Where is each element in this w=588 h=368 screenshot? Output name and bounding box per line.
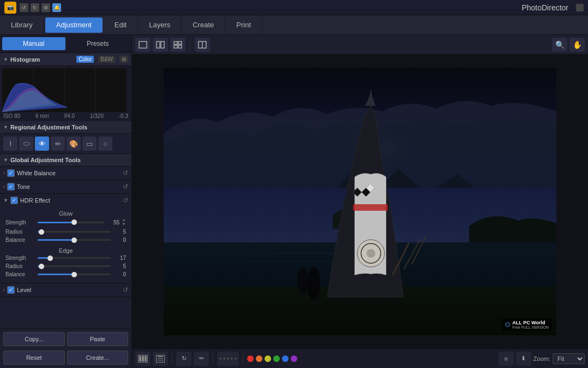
- menu-bar: Library Adjustment Edit Layers Create Pr…: [0, 15, 588, 35]
- color-red[interactable]: [247, 355, 254, 362]
- histogram-header[interactable]: ▼ Histogram Color B&W ⊞: [0, 53, 131, 66]
- glow-strength-down[interactable]: ▼: [122, 222, 126, 227]
- edge-radius-track[interactable]: [38, 265, 111, 267]
- view-grid-btn[interactable]: [170, 38, 185, 52]
- tool-ellipse[interactable]: ⬭: [19, 136, 33, 151]
- panel-scroll[interactable]: ▼ Histogram Color B&W ⊞: [0, 53, 131, 328]
- glow-radius-track[interactable]: [38, 231, 111, 233]
- tab-print[interactable]: Print: [225, 15, 262, 34]
- adj-white-balance-header[interactable]: › ✓ White Balance ↺: [0, 167, 131, 180]
- rating-btn[interactable]: ● ● ● ● ●: [217, 352, 239, 366]
- tab-presets[interactable]: Presets: [67, 37, 130, 50]
- glow-strength-track[interactable]: [38, 222, 104, 223]
- edit-btn[interactable]: ✏: [194, 352, 209, 366]
- filmstrip-btn[interactable]: [135, 352, 151, 366]
- tool-lasso[interactable]: ⌇: [3, 136, 17, 151]
- svg-rect-7: [174, 41, 177, 44]
- edge-balance-track[interactable]: [38, 274, 111, 275]
- glow-balance-track[interactable]: [38, 239, 111, 241]
- edge-strength-label: Strength: [5, 255, 35, 261]
- notification-button[interactable]: 🔔: [52, 3, 61, 12]
- edge-strength-track[interactable]: [38, 257, 111, 259]
- copy-button[interactable]: Copy...: [3, 332, 65, 346]
- edge-radius-label: Radius: [5, 263, 35, 269]
- hdr-reset[interactable]: ↺: [123, 197, 128, 204]
- tab-library[interactable]: Library: [0, 15, 44, 34]
- wb-label: White Balance: [17, 170, 121, 176]
- edge-strength-thumb[interactable]: [47, 256, 53, 261]
- left-panel: Manual Presets ▼ Histogram Color B&W ⊞: [0, 35, 132, 368]
- compare-btn[interactable]: [195, 38, 210, 52]
- glow-radius-thumb[interactable]: [39, 229, 44, 235]
- histogram-expand-btn[interactable]: ⊞: [119, 56, 128, 63]
- svg-rect-10: [178, 45, 182, 48]
- title-bar-controls: ↺ ↻ ⚙ 🔔: [20, 3, 61, 12]
- view-right-tools: 🔍 ✋: [552, 38, 585, 52]
- histogram-actions: Color B&W ⊞: [74, 56, 128, 63]
- wb-reset[interactable]: ↺: [123, 169, 128, 177]
- glow-strength-thumb[interactable]: [71, 219, 77, 225]
- edge-balance-thumb[interactable]: [71, 272, 77, 277]
- svg-rect-34: [158, 358, 163, 359]
- reset-button[interactable]: Reset: [3, 351, 65, 365]
- level-reset[interactable]: ↺: [123, 286, 128, 294]
- info-btn[interactable]: [153, 352, 168, 366]
- wb-checkbox[interactable]: ✓: [7, 169, 15, 177]
- window-controls: [576, 4, 584, 11]
- create-button[interactable]: Create...: [67, 351, 129, 365]
- svg-rect-19: [353, 204, 388, 211]
- histogram-bw-btn[interactable]: B&W: [98, 56, 115, 63]
- tool-eye[interactable]: 👁: [35, 136, 49, 151]
- color-purple[interactable]: [291, 355, 297, 362]
- tool-circle[interactable]: ○: [98, 136, 112, 151]
- hdr-checkbox[interactable]: ✓: [10, 197, 18, 204]
- tone-reset[interactable]: ↺: [123, 183, 128, 191]
- edge-strength-value: 17: [113, 255, 126, 261]
- svg-rect-5: [157, 41, 160, 48]
- zoom-tool-btn[interactable]: 🔍: [552, 38, 567, 52]
- zoom-select[interactable]: Fit 25% 50% 100% 200%: [553, 353, 585, 364]
- histogram-color-btn[interactable]: Color: [76, 56, 94, 63]
- adj-hdr-header[interactable]: ▼ ✓ HDR Effect ↺: [0, 194, 131, 207]
- filter-btn[interactable]: ⬇: [516, 352, 531, 366]
- tab-adjustment[interactable]: Adjustment: [45, 17, 103, 33]
- sort-btn[interactable]: ≡: [499, 352, 514, 366]
- pan-tool-btn[interactable]: ✋: [569, 38, 585, 52]
- adj-level-header[interactable]: › ✓ Level ↺: [0, 283, 131, 296]
- regional-tools-header[interactable]: ▼ Regional Adjustment Tools: [0, 121, 131, 134]
- view-dual-btn[interactable]: [153, 38, 168, 52]
- color-blue[interactable]: [282, 355, 289, 362]
- rotate-btn[interactable]: ↻: [176, 352, 191, 366]
- tool-brush[interactable]: ✏: [51, 136, 65, 151]
- edge-strength-row: Strength 17: [5, 255, 126, 261]
- color-orange[interactable]: [256, 355, 262, 362]
- paste-button[interactable]: Paste: [67, 332, 129, 346]
- color-yellow[interactable]: [265, 355, 271, 362]
- global-tools-header[interactable]: ▼ Global Adjustment Tools: [0, 154, 131, 167]
- tone-arrow: ›: [3, 184, 5, 189]
- histogram-title: Histogram: [10, 56, 40, 63]
- tab-layers[interactable]: Layers: [138, 15, 182, 34]
- glow-balance-row: Balance 0: [5, 237, 126, 243]
- settings-button[interactable]: ⚙: [41, 3, 50, 12]
- tab-edit[interactable]: Edit: [104, 15, 138, 34]
- glow-strength-label: Strength: [5, 219, 35, 225]
- tab-manual[interactable]: Manual: [2, 37, 65, 50]
- undo-button[interactable]: ↺: [20, 3, 28, 12]
- tool-rect[interactable]: ▭: [82, 136, 97, 151]
- svg-rect-8: [178, 41, 182, 44]
- edge-radius-thumb[interactable]: [39, 264, 44, 269]
- redo-button[interactable]: ↻: [31, 3, 39, 12]
- tab-create[interactable]: Create: [182, 15, 225, 34]
- action-buttons: Copy... Paste: [0, 328, 131, 349]
- tone-checkbox[interactable]: ✓: [7, 183, 15, 191]
- app-title: PhotoDirector: [521, 3, 568, 12]
- wb-arrow: ›: [3, 170, 5, 176]
- maximize-button[interactable]: [576, 4, 584, 11]
- level-checkbox[interactable]: ✓: [7, 286, 15, 294]
- color-green[interactable]: [273, 355, 280, 362]
- tool-color[interactable]: 🎨: [67, 136, 81, 151]
- view-single-btn[interactable]: [135, 38, 151, 52]
- adj-tone-header[interactable]: › ✓ Tone ↺: [0, 180, 131, 193]
- glow-balance-thumb[interactable]: [71, 238, 77, 243]
